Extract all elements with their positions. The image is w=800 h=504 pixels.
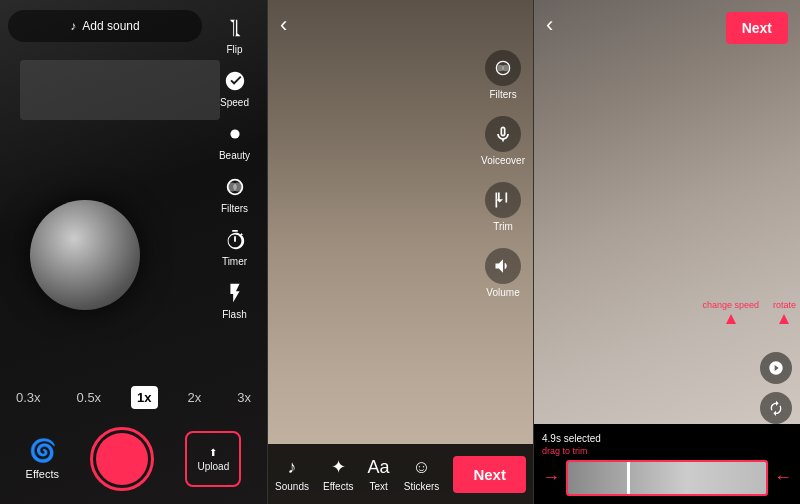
tool-trim[interactable]: Trim	[485, 182, 521, 232]
speed-label: Speed	[220, 97, 249, 108]
rotate-button[interactable]	[760, 392, 792, 424]
floating-action-labels: change speed rotate	[702, 300, 796, 324]
sidebar-item-speed[interactable]: Speed	[205, 63, 265, 112]
speed-adjust-button[interactable]	[760, 352, 792, 384]
speed-1x[interactable]: 1x	[131, 386, 157, 409]
speed-selector: 0.3x 0.5x 1x 2x 3x	[10, 386, 257, 409]
timeline-drag-hint: drag to trim	[542, 446, 792, 456]
rotate-label: rotate	[773, 300, 796, 324]
voiceover-label: Voiceover	[481, 155, 525, 166]
filters-icon	[221, 173, 249, 201]
filters-tool-icon	[485, 50, 521, 86]
tool-filters[interactable]: Filters	[485, 50, 521, 100]
sidebar-item-beauty[interactable]: Beauty	[205, 116, 265, 165]
trim-timeline: 4.9s selected drag to trim → ←	[534, 424, 800, 504]
filters-tool-label: Filters	[489, 89, 516, 100]
add-sound-label: Add sound	[82, 19, 139, 33]
speed-3x[interactable]: 3x	[231, 386, 257, 409]
change-speed-text: change speed	[702, 300, 759, 310]
speed-icon	[221, 67, 249, 95]
speed-05x[interactable]: 0.5x	[71, 386, 108, 409]
edit-bottom-bar: ♪ Sounds ✦ Effects Aa Text ☺ Stickers Ne…	[268, 444, 533, 504]
next-button-p2[interactable]: Next	[453, 456, 526, 493]
text-icon: Aa	[368, 457, 390, 478]
change-speed-arrow-icon	[726, 314, 736, 324]
keyboard-visual	[20, 60, 220, 120]
timeline-arrow-left-icon[interactable]: →	[542, 467, 560, 488]
flash-label: Flash	[222, 309, 246, 320]
effects-button[interactable]: 🌀 Effects	[26, 438, 59, 480]
volume-label: Volume	[486, 287, 519, 298]
beauty-icon	[221, 120, 249, 148]
camera-panel: ♪ Add sound Flip Speed Beauty Filte	[0, 0, 267, 504]
edit-tools-right: Filters Voiceover Trim Volume	[481, 50, 525, 298]
rotate-arrow-icon	[779, 314, 789, 324]
camera-sidebar: Flip Speed Beauty Filters Timer	[202, 0, 267, 360]
next-button-p3[interactable]: Next	[726, 12, 788, 44]
back-icon-p2: ‹	[280, 12, 287, 37]
timeline-clip	[568, 462, 766, 494]
rotate-text: rotate	[773, 300, 796, 310]
record-button[interactable]	[90, 427, 154, 491]
sidebar-item-flash[interactable]: Flash	[205, 275, 265, 324]
subject-object	[30, 200, 140, 310]
upload-label: Upload	[198, 461, 230, 472]
voiceover-icon	[485, 116, 521, 152]
filters-label: Filters	[221, 203, 248, 214]
camera-bottom-controls: 🌀 Effects ⬆ Upload	[0, 414, 267, 504]
flash-icon	[221, 279, 249, 307]
trim-panel: ‹ Next change speed rotate 4.9s selected…	[534, 0, 800, 504]
stickers-button[interactable]: ☺ Stickers	[404, 457, 440, 492]
effects-bottom-label: Effects	[323, 481, 353, 492]
timer-icon	[221, 226, 249, 254]
text-label: Text	[369, 481, 387, 492]
timer-label: Timer	[222, 256, 247, 267]
volume-icon	[485, 248, 521, 284]
back-button-p3[interactable]: ‹	[546, 12, 553, 38]
back-icon-p3: ‹	[546, 12, 553, 37]
beauty-label: Beauty	[219, 150, 250, 161]
svg-point-6	[502, 65, 509, 72]
timeline-row: → ←	[542, 460, 792, 496]
edit-panel: ‹ Filters Voiceover Trim	[267, 0, 534, 504]
change-speed-label: change speed	[702, 300, 759, 324]
upload-button[interactable]: ⬆ Upload	[185, 431, 241, 487]
sounds-icon: ♪	[288, 457, 297, 478]
drag-hint-text: drag to trim	[542, 446, 588, 456]
sounds-button[interactable]: ♪ Sounds	[275, 457, 309, 492]
record-inner	[96, 433, 148, 485]
speed-03x[interactable]: 0.3x	[10, 386, 47, 409]
p3-icon-row	[760, 352, 792, 424]
sidebar-item-timer[interactable]: Timer	[205, 222, 265, 271]
trim-label: Trim	[493, 221, 513, 232]
timeline-arrow-right-icon[interactable]: ←	[774, 467, 792, 488]
timeline-strip[interactable]	[566, 460, 768, 496]
svg-point-3	[233, 182, 242, 191]
speed-2x[interactable]: 2x	[182, 386, 208, 409]
effects-label: Effects	[26, 468, 59, 480]
stickers-label: Stickers	[404, 481, 440, 492]
text-button[interactable]: Aa Text	[368, 457, 390, 492]
back-button-p2[interactable]: ‹	[280, 12, 287, 38]
effects-bottom-icon: ✦	[331, 456, 346, 478]
selected-duration: 4.9s selected	[542, 433, 601, 444]
tool-volume[interactable]: Volume	[485, 248, 521, 298]
sidebar-item-filters[interactable]: Filters	[205, 169, 265, 218]
tool-voiceover[interactable]: Voiceover	[481, 116, 525, 166]
trim-icon	[485, 182, 521, 218]
effects-icon: 🌀	[29, 438, 56, 464]
flip-icon	[221, 14, 249, 42]
effects-bottom-button[interactable]: ✦ Effects	[323, 456, 353, 492]
add-sound-bar[interactable]: ♪ Add sound	[8, 10, 202, 42]
stickers-icon: ☺	[412, 457, 430, 478]
sounds-label: Sounds	[275, 481, 309, 492]
timeline-playhead	[627, 462, 630, 494]
flip-label: Flip	[226, 44, 242, 55]
timeline-selection-info: 4.9s selected	[542, 433, 792, 444]
upload-icon: ⬆	[209, 447, 217, 458]
sidebar-item-flip[interactable]: Flip	[205, 10, 265, 59]
svg-point-0	[230, 129, 239, 138]
music-note-icon: ♪	[70, 19, 76, 33]
